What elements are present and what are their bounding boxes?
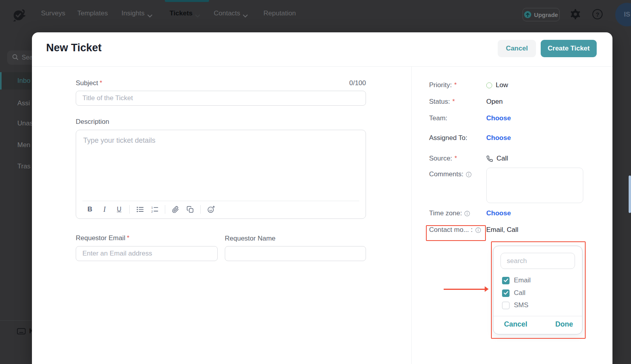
chevron-down-icon — [195, 12, 200, 15]
create-ticket-button[interactable]: Create Ticket — [541, 40, 597, 57]
description-label: Description — [76, 118, 109, 126]
attachment-icon[interactable] — [171, 205, 180, 214]
nav-label: Reputation — [263, 9, 296, 17]
sidebar-item-unassigned[interactable]: Unas — [0, 115, 32, 132]
assigned-to-row: Assigned To: — [429, 133, 467, 143]
underline-icon[interactable]: U — [115, 205, 123, 214]
assigned-to-label: Assigned To: — [429, 134, 467, 142]
app-screen: Surveys Templates Insights Tickets Conta… — [0, 0, 631, 364]
source-row: Source:* — [429, 153, 457, 164]
avatar-initials: IS — [624, 11, 630, 19]
required-asterisk: * — [100, 80, 102, 86]
team-label: Team: — [429, 114, 447, 122]
source-label: Source:* — [429, 155, 457, 162]
nav-item-templates[interactable]: Templates — [77, 9, 108, 17]
description-placeholder: Type your ticket details — [83, 136, 155, 145]
dropdown-footer-divider — [493, 316, 582, 316]
brand-logo-icon[interactable] — [10, 5, 28, 25]
requestor-email-label: Requestor Email* — [76, 234, 129, 242]
chevron-down-icon — [243, 12, 248, 15]
required-asterisk: * — [127, 235, 129, 241]
priority-row: Priority:* — [429, 80, 457, 90]
status-row: Status:* — [429, 97, 455, 107]
dropdown-cancel-button[interactable]: Cancel — [504, 320, 527, 329]
canned-response-icon[interactable] — [186, 205, 194, 214]
requestor-name-input[interactable] — [225, 246, 366, 261]
new-ticket-modal: New Ticket Cancel Create Ticket Subject*… — [32, 32, 612, 364]
subject-char-counter: 0/100 — [349, 79, 366, 87]
nav-item-contacts[interactable]: Contacts — [214, 9, 248, 17]
nav-item-tickets[interactable]: Tickets — [170, 9, 200, 17]
sidebar-item-trash[interactable]: Tras — [0, 158, 32, 175]
sidebar-search-text: Sea — [22, 54, 32, 61]
nav-label: Surveys — [41, 9, 65, 17]
bold-icon[interactable]: B — [86, 205, 94, 214]
sidebar-divider — [0, 320, 32, 321]
assigned-to-choose-link[interactable]: Choose — [486, 133, 511, 143]
sidebar-item-inbox[interactable]: Inbo — [0, 72, 32, 90]
required-asterisk: * — [454, 82, 457, 89]
timezone-row: Time zone: — [429, 208, 470, 218]
dropdown-option-sms[interactable]: SMS — [502, 301, 528, 310]
toolbar-separator — [200, 205, 201, 214]
cancel-button[interactable]: Cancel — [498, 40, 536, 57]
numbered-list-icon[interactable]: 12 — [150, 205, 159, 214]
dropdown-option-call[interactable]: Call — [502, 288, 525, 298]
keyboard-shortcuts[interactable]: K — [17, 327, 32, 335]
contact-mode-value[interactable]: Email, Call — [486, 225, 518, 235]
checkbox-checked-icon[interactable] — [502, 289, 510, 297]
sidebar-item-mentions[interactable]: Men — [0, 136, 32, 154]
status-value[interactable]: Open — [486, 97, 503, 107]
option-label: SMS — [514, 301, 528, 309]
emoji-icon[interactable] — [207, 205, 215, 214]
priority-value[interactable]: Low — [486, 80, 508, 90]
help-icon[interactable]: ? — [592, 9, 603, 19]
nav-item-reputation[interactable]: Reputation — [263, 9, 296, 17]
sidebar-search-input[interactable]: Sea — [7, 50, 32, 65]
required-asterisk: * — [455, 155, 457, 162]
sidebar-item-label: Tras — [17, 162, 30, 170]
keyboard-icon — [17, 328, 26, 334]
avatar[interactable]: IS — [615, 3, 631, 26]
upgrade-arrow-icon — [524, 11, 531, 18]
subject-input[interactable] — [76, 91, 366, 106]
contact-mode-row: Contact mo... : — [429, 225, 481, 235]
dropdown-done-button[interactable]: Done — [555, 320, 573, 329]
dropdown-search-input[interactable] — [500, 253, 575, 269]
checkbox-unchecked-icon[interactable] — [502, 302, 510, 309]
comments-row: Comments: — [429, 169, 472, 179]
sidebar: Sea Inbo Assi Unas Men Tras K — [0, 29, 32, 364]
description-editor[interactable]: Type your ticket details B I U 12 — [76, 130, 366, 219]
dropdown-option-email[interactable]: Email — [502, 276, 531, 285]
panel-divider — [411, 67, 412, 364]
nav-label: Templates — [77, 9, 108, 17]
source-value[interactable]: Call — [486, 153, 508, 164]
bullet-list-icon[interactable] — [136, 205, 144, 214]
help-question-mark: ? — [596, 11, 599, 18]
team-choose-link[interactable]: Choose — [486, 113, 511, 123]
annotation-arrow — [444, 289, 485, 290]
rich-text-toolbar: B I U 12 — [86, 203, 215, 216]
nav-item-insights[interactable]: Insights — [121, 9, 152, 17]
nav-label: Tickets — [170, 9, 192, 17]
svg-text:2: 2 — [151, 210, 153, 213]
info-icon — [475, 227, 481, 233]
sidebar-item-label: Unas — [17, 119, 32, 127]
nav-label: Contacts — [214, 9, 240, 17]
modal-title: New Ticket — [46, 42, 102, 54]
comments-textarea[interactable] — [486, 168, 583, 203]
timezone-choose-link[interactable]: Choose — [486, 208, 511, 218]
checkbox-checked-icon[interactable] — [502, 277, 510, 284]
scrollbar-thumb[interactable] — [629, 175, 631, 213]
nav-item-surveys[interactable]: Surveys — [41, 9, 65, 17]
upgrade-label: Upgrade — [534, 11, 558, 18]
upgrade-button[interactable]: Upgrade — [523, 8, 560, 21]
status-label: Status:* — [429, 98, 455, 106]
svg-text:1: 1 — [151, 206, 153, 209]
requestor-email-input[interactable] — [76, 246, 218, 261]
sidebar-item-assigned[interactable]: Assi — [0, 95, 32, 112]
settings-gear-icon[interactable] — [570, 9, 581, 21]
comments-label: Comments: — [429, 170, 472, 178]
italic-icon[interactable]: I — [100, 205, 109, 214]
annotation-arrow-head — [485, 286, 489, 292]
